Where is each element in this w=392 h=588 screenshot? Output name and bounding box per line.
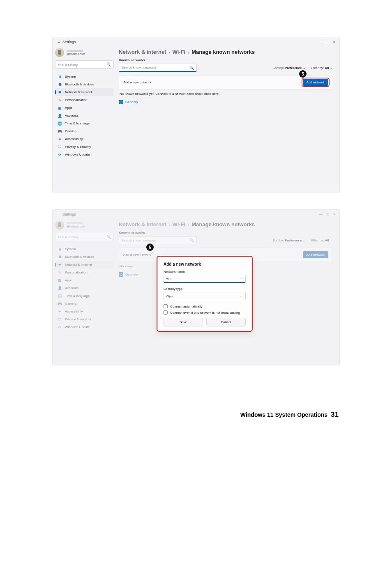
sidebar-item-label: Accounts [65, 114, 78, 117]
sidebar: @hotmail.com Find a setting 🔍 🖥System❶Bl… [53, 46, 116, 193]
privacy-security-icon: 🛡 [58, 145, 62, 149]
accounts-icon: 👤 [58, 113, 62, 118]
sidebar-item-windows-update[interactable]: ⟳Windows Update [55, 151, 114, 158]
sidebar-item-privacy-security[interactable]: 🛡Privacy & security [55, 143, 114, 151]
chevron-down-icon: ⌄ [240, 294, 243, 298]
network-name-input[interactable]: win × [164, 275, 246, 283]
sidebar-item-label: Bluetooth & devices [65, 83, 94, 86]
user-email: @hotmail.com [67, 53, 85, 56]
bluetooth-devices-icon: ❶ [58, 82, 62, 87]
empty-message: No known networks yet. Connect to a netw… [119, 91, 333, 100]
sidebar-item-accessibility[interactable]: ✶Accessibility [55, 135, 114, 143]
close-button[interactable]: × [333, 40, 335, 44]
sort-by[interactable]: Sort by: Preference ⌄ [272, 66, 305, 70]
sidebar-item-label: Network & internet [65, 90, 92, 94]
sidebar-item-label: Accessibility [65, 137, 83, 141]
breadcrumb-net[interactable]: Network & internet [119, 49, 166, 55]
settings-window-step5: ← Settings — □ × @hotmail.com Find a set… [52, 37, 340, 193]
callout-five: 5 [299, 70, 307, 78]
sidebar-item-label: Gaming [65, 129, 76, 133]
sidebar-item-gaming[interactable]: 🎮Gaming [55, 127, 114, 135]
user-tile[interactable]: @hotmail.com [55, 48, 114, 57]
settings-window-step6: ← Settings — □ × @hotmail.com Find a set… [52, 209, 340, 365]
sidebar-item-label: Time & language [65, 122, 90, 125]
sidebar-item-label: Windows Update [65, 153, 90, 156]
get-help-link[interactable]: Get help [119, 100, 333, 104]
chevron-icon: › [169, 51, 170, 55]
page-footer: Windows 11 System Operations 31 [49, 411, 343, 419]
sidebar-search-placeholder: Find a setting [58, 63, 78, 67]
sidebar-search[interactable]: Find a setting 🔍 [55, 60, 114, 69]
add-network-card: Add a new network Add network [119, 75, 333, 90]
sidebar-item-network-internet[interactable]: ❤Network & internet [55, 88, 114, 96]
sidebar-item-apps[interactable]: ▦Apps [55, 104, 114, 112]
dialog-title: Add a new network [164, 262, 246, 266]
gaming-icon: 🎮 [58, 129, 62, 133]
breadcrumb: Network & internet › Wi-Fi › Manage know… [119, 49, 333, 55]
add-network-button[interactable]: Add network [303, 79, 328, 86]
avatar [55, 48, 64, 57]
time-language-icon: 🌐 [58, 121, 62, 126]
network-internet-icon: ❤ [58, 90, 62, 94]
add-network-dialog: Add a new network Network name win × Sec… [157, 257, 252, 331]
personalization-icon: ✎ [58, 98, 62, 102]
minimize-button[interactable]: — [319, 40, 323, 44]
apps-icon: ▦ [58, 106, 62, 110]
user-name-redacted [67, 50, 83, 52]
help-icon [119, 100, 123, 104]
clear-input-icon[interactable]: × [241, 277, 243, 280]
connect-auto-checkbox[interactable]: Connect automatically [164, 304, 246, 308]
main-pane: Network & internet › Wi-Fi › Manage know… [116, 46, 339, 193]
search-icon: 🔍 [189, 66, 194, 70]
sidebar-item-label: Apps [65, 106, 72, 110]
sidebar-item-label: System [65, 75, 76, 78]
footer-page-number: 31 [331, 411, 339, 419]
sidebar-item-personalization[interactable]: ✎Personalization [55, 96, 114, 104]
chevron-icon: › [188, 51, 189, 55]
sidebar-item-accounts[interactable]: 👤Accounts [55, 112, 114, 119]
search-placeholder: Search known networks [122, 66, 157, 69]
system-icon: 🖥 [58, 74, 62, 79]
sidebar-item-time-language[interactable]: 🌐Time & language [55, 119, 114, 127]
window-title: Settings [62, 40, 76, 44]
titlebar: ← Settings — □ × [53, 37, 339, 46]
maximize-button[interactable]: □ [327, 40, 329, 44]
windows-update-icon: ⟳ [58, 152, 62, 157]
sidebar-item-bluetooth-devices[interactable]: ❶Bluetooth & devices [55, 80, 114, 88]
security-type-select[interactable]: Open ⌄ [164, 292, 246, 300]
network-name-label: Network name [164, 270, 246, 273]
breadcrumb-current: Manage known networks [191, 49, 255, 55]
sidebar-item-label: Privacy & security [65, 145, 91, 149]
sidebar-item-system[interactable]: 🖥System [55, 73, 114, 80]
security-type-label: Security type [164, 287, 246, 291]
cancel-button[interactable]: Cancel [206, 318, 246, 326]
filter-bar: Sort by: Preference ⌄ Filter by: All ⌄ [272, 66, 333, 70]
known-networks-search[interactable]: Search known networks 🔍 [119, 64, 197, 72]
checkbox-icon [164, 310, 168, 315]
sidebar-item-label: Personalization [65, 98, 88, 102]
search-icon: 🔍 [106, 62, 111, 67]
breadcrumb-wifi[interactable]: Wi-Fi [173, 49, 186, 55]
filter-by[interactable]: Filter by: All ⌄ [311, 66, 333, 70]
section-title: Known networks [119, 58, 333, 62]
back-button[interactable]: ← [55, 40, 62, 44]
save-button[interactable]: Save [164, 318, 203, 326]
accessibility-icon: ✶ [58, 137, 62, 141]
add-network-label: Add a new network [123, 80, 151, 84]
checkbox-icon [164, 304, 168, 308]
callout-six: 6 [146, 243, 154, 251]
footer-title: Windows 11 System Operations [240, 411, 327, 418]
connect-hidden-checkbox[interactable]: Connect even if this network is not broa… [164, 310, 246, 315]
nav-list: 🖥System❶Bluetooth & devices❤Network & in… [55, 73, 114, 158]
